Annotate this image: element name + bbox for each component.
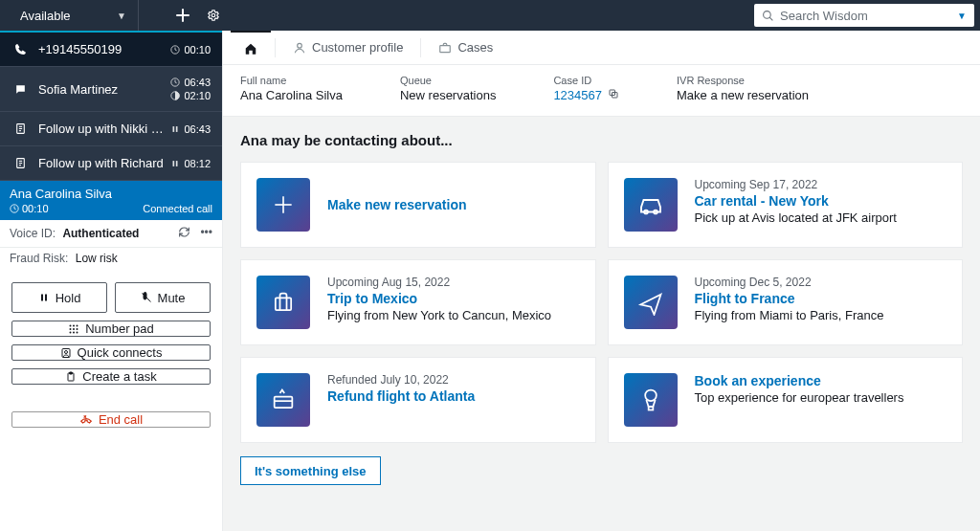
tab-home[interactable]: [231, 31, 271, 64]
clock-icon: [170, 77, 180, 87]
svg-rect-20: [45, 295, 47, 301]
svg-point-0: [212, 13, 215, 17]
refund-icon: [256, 373, 310, 427]
settings-button[interactable]: [198, 0, 229, 31]
fraud-label: Fraud Risk:: [10, 252, 68, 265]
agent-status-label: Available: [20, 9, 117, 23]
svg-line-2: [769, 17, 772, 20]
tab-customer-profile[interactable]: Customer profile: [279, 31, 416, 64]
contact-item[interactable]: Follow up with Richard 08:12: [0, 146, 222, 181]
card-title: Make new reservation: [327, 197, 467, 212]
svg-rect-10: [173, 126, 175, 132]
context-card[interactable]: Upcoming Aug 15, 2022 Trip to Mexico Fly…: [240, 259, 596, 345]
copy-icon: [608, 88, 619, 100]
caseid-link[interactable]: 1234567: [553, 88, 602, 102]
fullname-value: Ana Carolina Silva: [240, 88, 343, 102]
card-overline: Refunded July 10, 2022: [327, 373, 475, 387]
pause-icon: [170, 159, 180, 168]
chevron-down-icon[interactable]: ▼: [957, 11, 967, 21]
hold-button[interactable]: Hold: [11, 282, 107, 313]
contact-item[interactable]: +19145550199 00:10: [0, 31, 222, 67]
search-wisdom[interactable]: ▼: [754, 4, 974, 27]
caller-name: Ana Carolina Silva: [10, 187, 212, 201]
tab-cases[interactable]: Cases: [425, 31, 506, 64]
phone-icon: [11, 43, 29, 55]
context-card[interactable]: Upcoming Sep 17, 2022 Car rental - New Y…: [608, 162, 964, 248]
context-card[interactable]: Refunded July 10, 2022 Refund flight to …: [240, 357, 596, 443]
caseid-label: Case ID: [553, 75, 619, 86]
fraud-value: Low risk: [76, 252, 118, 265]
context-card[interactable]: Make new reservation: [240, 162, 596, 248]
refresh-button[interactable]: [178, 226, 190, 241]
mute-button[interactable]: Mute: [115, 282, 211, 313]
profile-icon: [293, 41, 306, 55]
svg-point-24: [77, 324, 78, 326]
svg-point-28: [70, 331, 72, 333]
task-icon: [11, 122, 29, 135]
home-icon: [244, 42, 257, 55]
card-title: Book an experience: [695, 373, 904, 388]
contact-list: +19145550199 00:10 Sofia Martinez 06:43 …: [0, 31, 222, 181]
card-overline: Upcoming Aug 15, 2022: [327, 276, 551, 289]
svg-point-26: [73, 328, 75, 330]
quick-connects-button[interactable]: Quick connects: [11, 344, 211, 361]
clock-half-icon: [170, 91, 180, 100]
fraud-row: Fraud Risk: Low risk: [0, 248, 222, 273]
dialpad-icon: [68, 323, 79, 335]
contact-name: +19145550199: [29, 42, 170, 56]
card-title: Refund flight to Atlanta: [327, 388, 475, 404]
svg-point-37: [298, 43, 302, 48]
end-call-button[interactable]: End call: [11, 411, 211, 428]
add-button[interactable]: [167, 0, 198, 31]
ivr-value: Make a new reservation: [677, 88, 809, 102]
context-panel: Ana may be contacting about... Make new …: [223, 117, 980, 531]
briefcase-icon: [438, 41, 452, 55]
clock-icon: [170, 45, 180, 55]
mute-icon: [141, 292, 152, 303]
voice-id-row: Voice ID: Authenticated •••: [0, 220, 222, 248]
card-overline: Upcoming Dec 5, 2022: [695, 276, 884, 289]
chevron-down-icon: ▼: [117, 11, 126, 21]
copy-button[interactable]: [608, 88, 619, 102]
caller-timer: 00:10: [22, 203, 49, 214]
voice-id-label: Voice ID:: [10, 227, 56, 240]
number-pad-button[interactable]: Number pad: [11, 321, 211, 337]
svg-rect-45: [276, 298, 291, 310]
svg-rect-51: [648, 407, 653, 410]
svg-rect-48: [275, 397, 293, 409]
left-panel: +19145550199 00:10 Sofia Martinez 06:43 …: [0, 31, 222, 531]
card-subtitle: Flying from New York to Cancun, Mexico: [327, 308, 551, 322]
svg-rect-38: [440, 45, 451, 52]
pause-icon: [38, 292, 50, 303]
end-call-icon: [79, 413, 93, 427]
gear-icon: [207, 9, 220, 22]
tab-bar: Customer profile Cases: [223, 31, 980, 65]
caller-banner: Ana Carolina Silva 00:10 Connected call: [0, 181, 222, 220]
suitcase-icon: [256, 276, 310, 329]
context-card[interactable]: Book an experience Top experience for eu…: [608, 357, 964, 443]
svg-point-27: [77, 328, 78, 330]
context-card[interactable]: Upcoming Dec 5, 2022 Flight to France Fl…: [608, 259, 964, 345]
search-input[interactable]: [780, 9, 957, 23]
card-title: Car rental - New York: [695, 193, 897, 209]
svg-point-50: [645, 390, 657, 402]
more-button[interactable]: •••: [200, 226, 212, 241]
svg-rect-34: [70, 372, 73, 374]
voice-id-value: Authenticated: [62, 227, 139, 240]
contact-item[interactable]: Sofia Martinez 06:43 02:10: [0, 67, 222, 112]
status-dot-icon: [11, 11, 20, 20]
card-title: Trip to Mexico: [327, 291, 551, 306]
svg-point-23: [73, 324, 75, 326]
create-task-button[interactable]: Create a task: [11, 368, 211, 385]
svg-rect-11: [176, 126, 178, 132]
svg-point-29: [73, 331, 75, 333]
svg-point-22: [70, 324, 72, 326]
clipboard-icon: [65, 371, 77, 383]
queue-label: Queue: [400, 75, 496, 86]
agent-status-select[interactable]: Available ▼: [0, 0, 139, 31]
contact-name: Sofia Martinez: [29, 82, 170, 97]
main-area: Customer profile Cases Full name Ana Car…: [222, 31, 980, 531]
something-else-button[interactable]: It's something else: [240, 456, 381, 485]
card-subtitle: Top experience for europear travellers: [695, 390, 904, 405]
contact-item[interactable]: Follow up with Nikki Wolf 06:43: [0, 112, 222, 146]
